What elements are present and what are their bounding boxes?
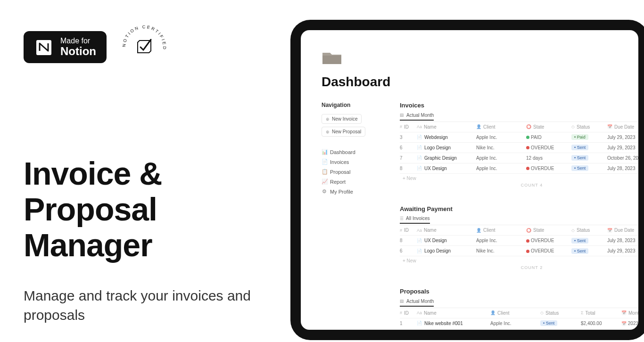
column-header[interactable]: 👤Client <box>476 228 523 233</box>
made-for-notion-badge: Made for Notion <box>24 31 107 63</box>
page-icon: 📄 <box>417 166 422 171</box>
page-icon: 📄 <box>417 321 422 326</box>
column-header[interactable]: AaName <box>417 310 487 316</box>
sidebar-item-report[interactable]: 📈Report <box>322 177 383 187</box>
page-icon: 📄 <box>417 238 422 243</box>
page-icon: 📄 <box>417 249 422 253</box>
table-row[interactable]: 8📄UX DesignApple Inc.OVERDUE• SentJuly 2… <box>400 236 638 246</box>
tab-actual-month-invoices[interactable]: ▤ Actual Month <box>400 113 434 121</box>
new-proposal-button[interactable]: ⊕New Proposal <box>322 127 365 137</box>
tab-all-invoices[interactable]: ☰ All Invoices <box>400 216 430 224</box>
column-header[interactable]: #ID <box>400 228 414 233</box>
hero-title: Invoice & Proposal Manager <box>24 155 269 263</box>
tab-actual-month-proposals[interactable]: ▤ Actual Month <box>400 299 434 307</box>
notion-logo-icon <box>34 37 55 57</box>
table-row[interactable]: 7📄Graphic DesignApple Inc.12 days• SentO… <box>400 153 638 163</box>
notion-certified-badge: NOTION CERTIFIED <box>121 24 168 71</box>
plus-icon: ⊕ <box>326 117 330 122</box>
column-header[interactable]: ⭕State <box>526 228 569 233</box>
folder-icon <box>322 49 342 66</box>
section-title-proposals: Proposals <box>400 288 638 295</box>
table-row[interactable]: 3📄WebdesignApple Inc.PAID• PaidJuly 29, … <box>400 132 638 143</box>
sidebar-item-invoices[interactable]: 📄Invoices <box>322 157 383 167</box>
row-count: COUNT 2 <box>400 263 638 277</box>
page-icon: 📄 <box>417 155 422 160</box>
column-header[interactable]: AaName <box>417 124 473 130</box>
nav-icon: 📈 <box>322 179 327 185</box>
new-invoice-button[interactable]: ⊕New Invoice <box>322 114 362 124</box>
column-header[interactable]: ◇Status <box>571 124 604 130</box>
column-header[interactable]: ΣTotal <box>581 310 619 316</box>
table-row[interactable]: 6📄Logo DesignNike Inc.OVERDUE• SentJuly … <box>400 246 638 256</box>
sidebar: Navigation ⊕New Invoice⊕New Proposal 📊Da… <box>322 102 383 330</box>
tablet-screen: Dashboard Navigation ⊕New Invoice⊕New Pr… <box>301 30 638 330</box>
checkmark-box-icon <box>135 37 154 57</box>
badge-small-text: Made for <box>60 37 96 45</box>
page-title: Dashboard <box>322 74 618 90</box>
hero-subtitle: Manage and track your invoices and propo… <box>24 286 269 325</box>
table-row[interactable]: 8📄UX DesignApple Inc.OVERDUE• SentJuly 2… <box>400 163 638 174</box>
column-header[interactable]: ◇Status <box>571 228 604 233</box>
new-row-button[interactable]: + New <box>400 256 638 263</box>
column-header[interactable]: 📅Month <box>621 310 638 316</box>
column-header[interactable]: #ID <box>400 310 414 316</box>
page-icon: 📄 <box>417 145 422 150</box>
table-row[interactable]: 1📄Nike website #001Apple Inc.• Sent$2,40… <box>400 318 638 329</box>
plus-icon: ⊕ <box>326 130 330 134</box>
nav-icon: 📄 <box>322 159 327 165</box>
row-count: COUNT 4 <box>400 181 638 195</box>
proposals-table: #IDAaName👤Client◇StatusΣTotal📅Month1📄Nik… <box>400 308 638 330</box>
badge-big-text: Notion <box>60 45 96 57</box>
awaiting-table: #IDAaName👤Client⭕State◇Status📅Due Date8📄… <box>400 225 638 277</box>
table-icon: ▤ <box>400 299 404 303</box>
main-content: Invoices ▤ Actual Month #IDAaName👤Client… <box>400 102 638 330</box>
column-header[interactable]: AaName <box>417 228 473 233</box>
table-row[interactable]: 6📄Logo DesignNike Inc.OVERDUE• SentJuly … <box>400 143 638 153</box>
nav-icon: ⚙ <box>322 188 327 195</box>
section-title-invoices: Invoices <box>400 102 638 109</box>
column-header[interactable]: ⭕State <box>526 124 569 130</box>
column-header[interactable]: ◇Status <box>540 310 578 316</box>
svg-rect-3 <box>322 56 341 64</box>
sidebar-item-dashboard[interactable]: 📊Dashboard <box>322 147 383 157</box>
table-icon: ▤ <box>400 113 404 117</box>
tablet-frame: Dashboard Navigation ⊕New Invoice⊕New Pr… <box>290 20 644 340</box>
filter-icon: ☰ <box>400 216 404 221</box>
column-header[interactable]: #ID <box>400 124 414 130</box>
page-icon: 📄 <box>417 135 422 139</box>
new-row-button[interactable]: + New <box>400 329 638 330</box>
invoices-table: #IDAaName👤Client⭕State◇Status📅Due Date3📄… <box>400 122 638 195</box>
sidebar-heading: Navigation <box>322 102 383 108</box>
nav-icon: 📋 <box>322 169 327 175</box>
nav-icon: 📊 <box>322 149 327 155</box>
column-header[interactable]: 📅Due Date <box>607 124 638 130</box>
sidebar-item-my-profile[interactable]: ⚙My Profile <box>322 187 383 196</box>
section-title-awaiting: Awaiting Payment <box>400 205 638 212</box>
column-header[interactable]: 👤Client <box>476 124 523 130</box>
new-row-button[interactable]: + New <box>400 174 638 181</box>
column-header[interactable]: 👤Client <box>490 310 537 316</box>
column-header[interactable]: 📅Due Date <box>607 228 638 233</box>
sidebar-item-proposal[interactable]: 📋Proposal <box>322 167 383 177</box>
